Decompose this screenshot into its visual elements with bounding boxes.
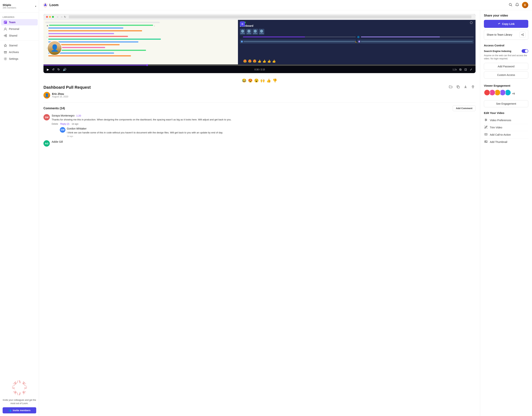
svg-line-40 (13, 391, 16, 392)
progress-rows: ⬡ 🌐 (240, 36, 474, 38)
comment-timestamp-1[interactable]: 1:20 (76, 114, 81, 117)
sidebar-personal-label: Personal (9, 28, 19, 30)
workspace-chevron-icon[interactable]: ▾ (35, 5, 36, 8)
user-avatar[interactable]: E (522, 2, 528, 8)
comment-content-2: Addie Gill (52, 140, 475, 147)
captions-button[interactable]: ⊡ (464, 67, 467, 72)
reply-text: I think we can handle some of this in co… (67, 131, 223, 134)
edit-title: Edit Your Video (484, 111, 528, 114)
share-library-label: Share to Team Library (487, 33, 512, 36)
comment-text-1: Thanks for showing me this in production… (52, 118, 475, 122)
sidebar-item-archives[interactable]: Archives (1, 49, 38, 55)
reaction-surprised[interactable]: 😮 (254, 78, 259, 83)
reaction-thumbs-up[interactable]: 👍 (266, 78, 271, 83)
svg-point-6 (6, 34, 7, 36)
video-title-row: Dashboard Pull Request (43, 84, 475, 90)
sidebar-item-team[interactable]: Team (1, 19, 38, 25)
folder-button[interactable] (448, 84, 453, 90)
sidebar-item-shared[interactable]: Shared (1, 32, 38, 39)
sidebar-starred-label: Starred (9, 44, 18, 47)
access-control-section: Access Control Search Engine Indexing An… (484, 44, 528, 80)
cursor-icon: ↖ (355, 40, 358, 44)
code-panel: { ( (43, 20, 238, 64)
add-password-button[interactable]: Add Password (484, 63, 528, 70)
access-control-title: Access Control (484, 44, 528, 47)
reaction-laugh[interactable]: 😂 (242, 78, 246, 83)
sei-row: Search Engine Indexing (484, 49, 528, 53)
invite-members-button[interactable]: 👥 Invite members (3, 407, 36, 413)
author-info: Eric Zhou August 15, 2020 (52, 92, 68, 98)
sidebar-divider-1 (0, 12, 39, 13)
bell-icon[interactable] (515, 3, 519, 7)
edit-section: Edit Your Video Video Preferences Trim V… (484, 111, 528, 145)
duplicate-button[interactable] (455, 84, 461, 90)
comments-title: Comments (14) (43, 107, 65, 110)
sidebar-archives-label: Archives (9, 51, 19, 54)
share-icon-button[interactable] (520, 32, 525, 38)
video-controls: ▶ ↺ ↻ 🔊 0:30 / 2:15 1.2x ⧉ ⊡ ⤢ (43, 66, 475, 73)
author-date: August 15, 2020 (52, 95, 68, 98)
playback-rate[interactable]: 1.2x (453, 68, 457, 71)
forward-button[interactable]: ↻ (57, 67, 60, 72)
svg-point-7 (6, 36, 7, 37)
pip-button[interactable]: ⧉ (459, 67, 462, 72)
workspace-header[interactable]: Shiplo 345 members ▾ (0, 0, 39, 11)
time-display: 0:30 / 2:15 (69, 68, 450, 71)
edit-thumbnail[interactable]: Add Thumbnail (484, 138, 528, 145)
thumbnail-label: Add Thumbnail (490, 141, 507, 143)
video-prefs-icon (484, 118, 488, 122)
svg-point-50 (522, 34, 522, 35)
browser-address-bar[interactable] (69, 15, 472, 18)
forward-icon[interactable]: → (60, 15, 63, 18)
svg-point-58 (485, 120, 486, 121)
sidebar-divider-2 (0, 40, 39, 41)
custom-access-button[interactable]: Custom Access (484, 71, 528, 78)
sidebar-item-personal[interactable]: Personal (1, 26, 38, 32)
video-progress-bar[interactable] (43, 64, 475, 66)
play-button[interactable]: ▶ (46, 67, 49, 72)
rewind-button[interactable]: ↺ (52, 67, 55, 72)
svg-marker-10 (4, 44, 7, 47)
fullscreen-button[interactable]: ⤢ (469, 67, 473, 72)
see-engagement-button[interactable]: See Engagement (484, 100, 528, 107)
invite-btn-label: Invite members (13, 409, 30, 412)
author-row: 👤 Eric Zhou August 15, 2020 (43, 92, 475, 99)
invite-icon: 👥 (8, 409, 11, 412)
svg-rect-3 (4, 22, 5, 23)
reaction-raised-hands[interactable]: 🙌 (260, 78, 265, 83)
reply-comment-1[interactable]: Reply (2) (60, 123, 69, 125)
download-button[interactable] (463, 84, 468, 90)
sidebar-team-label: Team (9, 21, 16, 24)
search-icon[interactable] (509, 3, 512, 7)
nested-comment-inner: GW Gordon Whitaker I think we can handle… (60, 127, 475, 138)
volume-button[interactable]: 🔊 (62, 67, 67, 72)
svg-rect-47 (457, 86, 459, 88)
reaction-heart-eyes[interactable]: 😍 (248, 78, 253, 83)
speaker-avatar: 👤 (47, 41, 62, 56)
refresh-icon[interactable]: ↻ (64, 15, 66, 18)
sidebar-item-starred[interactable]: Starred (1, 42, 38, 49)
sei-toggle[interactable] (522, 49, 528, 53)
dashboard-label: Dashboard (240, 24, 474, 27)
sidebar-shared-label: Shared (9, 34, 17, 37)
edit-trim-video[interactable]: Trim Video (484, 124, 528, 131)
commenter-avatar-2: AG (43, 140, 50, 147)
back-icon[interactable]: ← (57, 15, 59, 18)
copy-link-button[interactable]: Copy Link (484, 20, 528, 28)
engagement-title: Viewer Engagement (484, 84, 528, 87)
sidebar-item-settings[interactable]: Settings (1, 56, 38, 62)
viewer-avatars (484, 89, 510, 96)
star-icon (4, 44, 7, 47)
svg-line-46 (511, 5, 512, 6)
viewer-avatars-row: +5 (484, 89, 528, 98)
svg-point-49 (523, 35, 524, 36)
edit-video-prefs[interactable]: Video Preferences (484, 117, 528, 124)
delete-comment-1[interactable]: Delete (52, 123, 58, 125)
edit-cta[interactable]: Add Call-to-Action (484, 131, 528, 138)
add-comment-button[interactable]: Add Comment (453, 105, 475, 111)
reaction-thumbs-down[interactable]: 👎 (273, 78, 277, 83)
delete-button[interactable] (470, 84, 475, 90)
svg-line-19 (14, 382, 16, 384)
svg-line-26 (17, 392, 18, 395)
settings-icon (4, 57, 7, 60)
